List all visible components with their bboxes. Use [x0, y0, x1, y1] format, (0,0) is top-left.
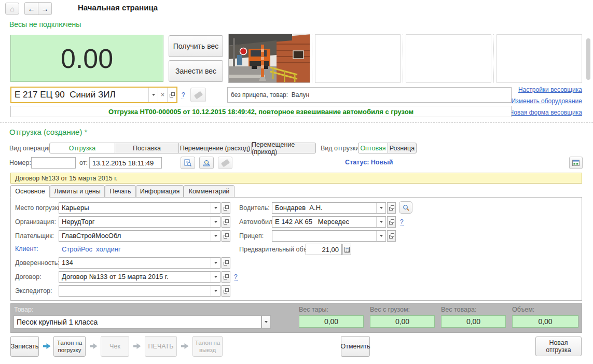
search-history-button[interactable]	[199, 157, 214, 169]
camera-snapshot[interactable]	[228, 34, 310, 83]
organization-label: Организация:	[15, 218, 56, 226]
product-panel: Товар: Вес тары: 0,00 Вес с грузом: 0,00…	[10, 303, 582, 333]
gross-weight-label: Вес с грузом:	[370, 306, 410, 313]
vehicle-help-link[interactable]: ?	[182, 91, 185, 99]
contract-open-icon[interactable]	[222, 271, 230, 283]
forwarder-open-icon[interactable]	[222, 285, 230, 297]
contract-combo[interactable]: Договор №133 от 15 марта 2015 г.	[59, 271, 220, 283]
get-weight-button[interactable]: Получить вес	[169, 35, 223, 57]
view-document-button[interactable]	[181, 157, 195, 169]
camera-separator	[312, 34, 312, 83]
shipment-kind-label: Вид отгрузки:	[321, 145, 361, 152]
operation-move-out[interactable]: Перемещение (расход)	[178, 143, 252, 153]
camera-slot-3	[406, 34, 491, 83]
dropdown-icon[interactable]	[376, 203, 385, 213]
weight-display: 0.00	[10, 35, 163, 82]
shipment-status-bar: Отгрузка НТ00-000005 от 10.12.2015 18:49…	[10, 106, 512, 117]
volume-value: 0,00	[512, 315, 578, 328]
tag-icon	[220, 159, 229, 167]
tare-weight-label: Вес тары:	[299, 306, 328, 313]
back-button[interactable]: ←	[24, 2, 38, 15]
operation-shipment[interactable]: Отгрузка	[49, 143, 115, 153]
vehicle-open-icon[interactable]	[167, 88, 176, 102]
poa-combo[interactable]: 134	[59, 257, 220, 269]
shipment-kind-switch: Оптовая Розница	[358, 143, 417, 153]
driver-search-button[interactable]	[399, 201, 412, 214]
change-equipment-link[interactable]: Изменить оборудование	[504, 97, 582, 105]
payer-combo[interactable]: ГлавСтройМосОбл	[59, 230, 220, 242]
car-help-link[interactable]: ?	[400, 218, 404, 226]
date-input[interactable]	[89, 157, 162, 169]
tab-information[interactable]: Информация	[136, 185, 184, 198]
car-open-icon[interactable]	[387, 216, 396, 228]
tab-print[interactable]: Печать	[105, 185, 136, 198]
product-input[interactable]	[13, 315, 261, 329]
home-button[interactable]: ⌂	[5, 3, 19, 15]
car-combo[interactable]: Е 142 АК 65 Мерседес	[272, 216, 386, 228]
shipment-retail[interactable]: Розница	[388, 143, 417, 153]
vehicle-quick-input[interactable]: ×	[10, 87, 177, 103]
vehicle-dropdown-icon[interactable]	[148, 88, 158, 102]
organization-combo[interactable]: НерудТорг	[59, 216, 220, 228]
new-weigher-form-link[interactable]: Новая форма весовщика	[504, 109, 582, 116]
dropdown-icon[interactable]	[211, 272, 220, 282]
operation-supply[interactable]: Поставка	[115, 143, 179, 153]
driver-open-icon[interactable]	[387, 202, 396, 214]
pre-volume-input[interactable]: 21,00	[306, 244, 342, 255]
truck-photo-illustration	[229, 34, 310, 83]
dropdown-icon[interactable]	[376, 217, 385, 227]
calculator-button[interactable]	[342, 244, 351, 255]
loading-ticket-button[interactable]: Талон на погрузку	[53, 336, 86, 357]
contract-banner: Договор №133 от 15 марта 2015 г.	[10, 173, 582, 184]
product-label: Товар:	[14, 306, 34, 313]
home-icon: ⌂	[10, 5, 14, 12]
tab-main[interactable]: Основное	[10, 185, 50, 198]
open-form-button[interactable]	[569, 157, 583, 169]
flow-arrow-icon	[133, 343, 141, 349]
poa-open-icon[interactable]	[222, 257, 230, 269]
set-weight-button[interactable]: Занести вес	[169, 60, 223, 82]
dropdown-icon[interactable]	[211, 231, 220, 241]
loading-place-open-icon[interactable]	[222, 202, 230, 214]
vehicle-quick-field[interactable]	[11, 88, 148, 102]
loading-place-label: Место погрузки:	[15, 204, 63, 212]
payer-open-icon[interactable]	[222, 230, 230, 242]
number-label: Номер:	[9, 159, 31, 166]
scale-connection-status: Весы не подключены	[9, 20, 81, 29]
cancel-button[interactable]: Отменить	[341, 336, 370, 357]
net-weight-label: Вес товара:	[441, 306, 476, 313]
vehicle-tag-button[interactable]	[190, 88, 206, 102]
number-tag-button[interactable]	[218, 157, 232, 169]
loading-place-combo[interactable]: Карьеры	[59, 202, 220, 214]
trailer-open-icon[interactable]	[387, 230, 396, 242]
dropdown-icon[interactable]	[211, 286, 220, 296]
dropdown-icon[interactable]	[211, 203, 220, 213]
client-link[interactable]: СтройРос холдинг	[62, 245, 121, 253]
tab-comment[interactable]: Комментарий	[184, 185, 235, 198]
flow-arrow-icon	[181, 343, 189, 349]
dropdown-icon[interactable]	[376, 231, 385, 241]
trailer-combo[interactable]	[272, 230, 386, 242]
dropdown-icon[interactable]	[211, 258, 220, 268]
forward-button[interactable]: →	[38, 2, 52, 15]
vehicle-clear-icon[interactable]: ×	[158, 88, 167, 102]
payer-label: Плательщик:	[15, 232, 54, 240]
net-weight-value: 0,00	[441, 315, 506, 328]
magnifier-icon	[403, 204, 409, 211]
new-shipment-button[interactable]: Новая отгрузка	[535, 337, 582, 356]
weigher-settings-link[interactable]: Настройки весовщика	[504, 86, 582, 93]
contract-help-link[interactable]: ?	[234, 273, 238, 281]
tab-limits-prices[interactable]: Лимиты и цены	[50, 185, 105, 198]
number-input[interactable]	[31, 157, 76, 169]
driver-combo[interactable]: Бондарев А.Н.	[272, 202, 386, 214]
back-arrow-icon: ←	[28, 5, 35, 13]
calculator-icon	[344, 247, 350, 253]
vertical-scrollbar[interactable]	[586, 38, 590, 80]
shipment-wholesale[interactable]: Оптовая	[358, 143, 388, 153]
product-dropdown-icon[interactable]	[261, 315, 271, 329]
organization-open-icon[interactable]	[222, 216, 230, 228]
save-button[interactable]: Записать	[10, 336, 39, 357]
forwarder-combo[interactable]	[59, 285, 220, 297]
operation-move-in[interactable]: Перемещение (приход)	[251, 143, 316, 153]
dropdown-icon[interactable]	[211, 217, 220, 227]
